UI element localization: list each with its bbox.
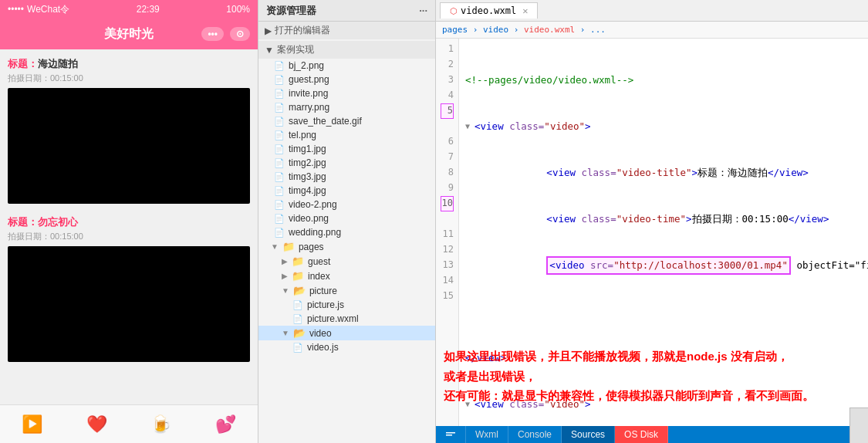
status-tab-console[interactable]: Console: [508, 426, 562, 443]
bottom-icon-video[interactable]: ▶️: [22, 414, 42, 435]
svg-rect-1: [446, 435, 452, 436]
file-bj2[interactable]: 📄bj_2.png: [258, 59, 435, 73]
tab-label-lf: [445, 429, 456, 441]
close-icon[interactable]: ✕: [522, 5, 528, 16]
file-name: video.png: [289, 213, 329, 224]
folder-arrow: ▼: [282, 329, 289, 337]
jpg-icon: 📄: [274, 144, 285, 154]
png-icon: 📄: [274, 200, 285, 210]
folder-icon: 📁: [292, 270, 304, 282]
file-name: timg2.jpg: [289, 157, 326, 168]
folder-pages[interactable]: ▼ 📁 pages: [258, 239, 435, 254]
file-name: timg1.jpg: [289, 144, 326, 154]
file-timg2[interactable]: 📄timg2.jpg: [258, 156, 435, 170]
file-picturewxml[interactable]: 📄 picture.wxml: [258, 312, 435, 326]
file-name: invite.png: [289, 88, 328, 99]
video-date-2: 拍摄日期：00:15:00: [8, 231, 250, 242]
code-line-2: ▼ <view class="video">: [465, 119, 868, 134]
faststone-widget[interactable]: 🖼 FastSton...: [849, 407, 868, 443]
folder-icon: 📂: [293, 285, 306, 296]
file-timg1[interactable]: 📄timg1.jpg: [258, 142, 435, 156]
file-video[interactable]: 📄video.png: [258, 211, 435, 225]
editor-tab-video-wxml[interactable]: ⬡ video.wxml ✕: [440, 2, 538, 19]
file-name: wedding.png: [289, 227, 341, 238]
jpg-icon: 📄: [274, 158, 285, 168]
js-icon: 📄: [292, 343, 303, 353]
more-button[interactable]: •••: [201, 27, 224, 41]
wxml-icon: 📄: [292, 314, 303, 324]
phone-panel: ••••• WeChat令 22:39 100% 美好时光 ••• ⊙ 标题：海…: [0, 0, 258, 443]
line-numbers: 1234 5 6789 10 1112131415: [436, 39, 459, 443]
phone-bottom-bar: ▶️ ❤️ 🍺 💕: [0, 404, 258, 443]
file-name: bj_2.png: [289, 60, 324, 71]
open-editors-section[interactable]: ▶ 打开的编辑器: [258, 22, 435, 39]
folder-guest[interactable]: ▶ 📁 guest: [258, 254, 435, 269]
battery-display: 100%: [226, 4, 250, 15]
status-tab-lf[interactable]: [436, 426, 466, 443]
code-area[interactable]: <!--pages/video/video.wxml--> ▼ <view cl…: [459, 39, 868, 443]
status-tab-osdisk[interactable]: OS Disk: [615, 426, 668, 443]
open-editors-label: 打开的编辑器: [275, 24, 330, 37]
png-icon: 📄: [274, 61, 285, 71]
carrier-name: WeChat令: [27, 3, 69, 16]
status-tabs: Wxml Console Sources OS Disk: [436, 426, 668, 443]
project-arrow: ▼: [265, 45, 274, 56]
folder-arrow: ▶: [282, 257, 288, 265]
file-marry[interactable]: 📄marry.png: [258, 100, 435, 114]
video-title-2: 标题：勿忘初心: [8, 215, 250, 229]
folder-index[interactable]: ▶ 📁 index: [258, 269, 435, 283]
editor-area: ⬡ video.wxml ✕ pages › video › video.wxm…: [436, 0, 868, 443]
project-section[interactable]: ▼ 案例实现: [258, 41, 435, 59]
status-left: ••••• WeChat令: [8, 3, 69, 16]
wxml-file-icon: ⬡: [450, 6, 458, 16]
folder-icon: 📁: [292, 255, 304, 267]
file-invite[interactable]: 📄invite.png: [258, 86, 435, 100]
video-date-1: 拍摄日期：00:15:00: [8, 73, 250, 84]
folder-icon: 📂: [293, 327, 306, 339]
code-line-3: <view class="video-title">标题：海边随拍</view>: [465, 165, 868, 181]
file-timg4[interactable]: 📄timg4.jpg: [258, 184, 435, 198]
file-video2[interactable]: 📄video-2.png: [258, 198, 435, 211]
folder-picture[interactable]: ▼ 📂 picture: [258, 283, 435, 298]
folder-video[interactable]: ▼ 📂 video: [258, 326, 435, 340]
panel-menu-icon[interactable]: ···: [419, 5, 427, 16]
file-tel[interactable]: 📄tel.png: [258, 128, 435, 142]
title-icons[interactable]: ••• ⊙: [201, 27, 250, 41]
signal-dots: •••••: [8, 4, 24, 15]
file-name: timg3.jpg: [289, 171, 326, 182]
jpg-icon: 📄: [274, 172, 285, 182]
breadcrumb-path: pages › video › video.wxml › ...: [442, 25, 606, 35]
status-tab-sources[interactable]: Sources: [562, 426, 615, 443]
video-thumb-1[interactable]: [8, 88, 250, 204]
file-picturejs[interactable]: 📄 picture.js: [258, 298, 435, 312]
png-icon: 📄: [274, 103, 285, 113]
phone-title-bar: 美好时光 ••• ⊙: [0, 19, 258, 49]
video-thumb-2[interactable]: [8, 246, 250, 362]
file-scroll-area[interactable]: ▶ 打开的编辑器 ▼ 案例实现 📄bj_2.png 📄guest.png 📄in…: [258, 22, 435, 443]
bottom-icon-heart[interactable]: ❤️: [86, 414, 107, 435]
file-timg3[interactable]: 📄timg3.jpg: [258, 170, 435, 184]
open-editors-arrow: ▶: [265, 25, 272, 36]
status-tab-wxml[interactable]: Wxml: [466, 426, 508, 443]
folder-name: pages: [299, 242, 324, 252]
tab-label-sources: Sources: [571, 429, 605, 440]
editor-tab-bar: ⬡ video.wxml ✕: [436, 0, 868, 22]
file-videojs[interactable]: 📄 video.js: [258, 340, 435, 354]
js-icon: 📄: [292, 300, 303, 310]
record-button[interactable]: ⊙: [230, 27, 250, 41]
folder-arrow: ▼: [271, 242, 279, 251]
file-wedding[interactable]: 📄wedding.png: [258, 225, 435, 239]
file-name: tel.png: [289, 130, 316, 140]
file-name: video-2.png: [289, 199, 337, 210]
file-guest[interactable]: 📄guest.png: [258, 73, 435, 86]
bottom-icon-beer[interactable]: 🍺: [150, 414, 171, 435]
code-line-5: <video src="http://localhost:3000/01.mp4…: [465, 258, 868, 273]
app-title: 美好时光: [104, 26, 154, 42]
phone-status-bar: ••••• WeChat令 22:39 100%: [0, 0, 258, 19]
code-line-blank1: [465, 304, 868, 320]
file-name: picture.js: [307, 299, 344, 310]
bottom-icon-hearts[interactable]: 💕: [215, 414, 236, 435]
code-line-7: ▼ <view class="video">: [465, 397, 868, 412]
gif-icon: 📄: [274, 117, 285, 127]
file-savedate[interactable]: 📄save_the_date.gif: [258, 114, 435, 128]
